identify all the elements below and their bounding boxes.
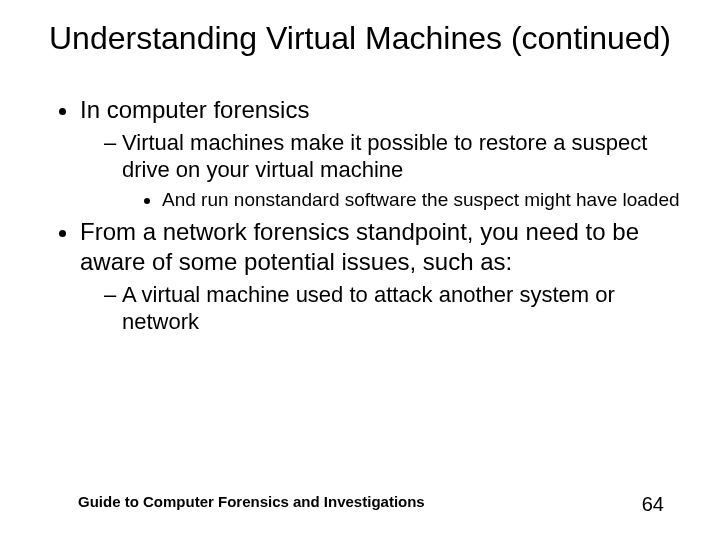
footer: Guide to Computer Forensics and Investig…: [0, 493, 720, 516]
bullet-text: A virtual machine used to attack another…: [122, 282, 615, 334]
bullet-text: Virtual machines make it possible to res…: [122, 130, 647, 182]
bullet-text: And run nonstandard software the suspect…: [162, 189, 680, 210]
list-item: From a network forensics standpoint, you…: [80, 217, 680, 335]
list-item: In computer forensics Virtual machines m…: [80, 95, 680, 212]
bullet-text: From a network forensics standpoint, you…: [80, 218, 639, 274]
bullet-list: In computer forensics Virtual machines m…: [40, 95, 680, 336]
slide-title: Understanding Virtual Machines (continue…: [40, 20, 680, 57]
list-item: A virtual machine used to attack another…: [104, 282, 680, 336]
sub-list: A virtual machine used to attack another…: [80, 282, 680, 336]
slide: Understanding Virtual Machines (continue…: [0, 0, 720, 540]
footer-text: Guide to Computer Forensics and Investig…: [78, 493, 425, 516]
sub-list: Virtual machines make it possible to res…: [80, 130, 680, 211]
sub-sub-list: And run nonstandard software the suspect…: [122, 188, 680, 212]
list-item: And run nonstandard software the suspect…: [162, 188, 680, 212]
bullet-text: In computer forensics: [80, 96, 309, 123]
page-number: 64: [642, 493, 664, 516]
list-item: Virtual machines make it possible to res…: [104, 130, 680, 211]
